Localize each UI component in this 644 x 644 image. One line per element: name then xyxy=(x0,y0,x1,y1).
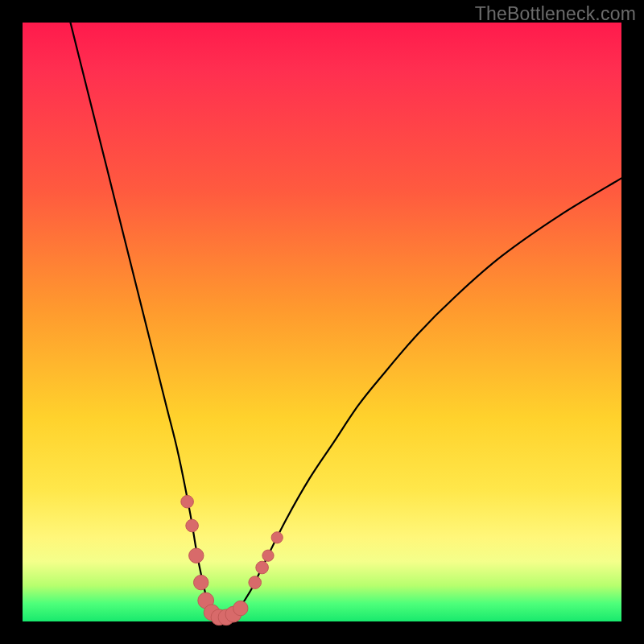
bottleneck-curve xyxy=(71,23,622,619)
trough-marker xyxy=(233,601,248,615)
trough-marker xyxy=(194,575,208,589)
trough-marker xyxy=(189,548,204,563)
trough-marker xyxy=(256,561,269,574)
trough-marker xyxy=(249,576,262,589)
plot-area xyxy=(23,23,621,621)
trough-marker xyxy=(186,519,199,532)
chart-frame: TheBottleneck.com xyxy=(0,0,644,644)
trough-marker xyxy=(262,550,274,561)
watermark-text: TheBottleneck.com xyxy=(475,3,636,25)
trough-marker xyxy=(271,532,283,543)
curve-layer xyxy=(23,23,621,621)
trough-markers xyxy=(181,495,283,625)
trough-marker xyxy=(181,495,194,508)
